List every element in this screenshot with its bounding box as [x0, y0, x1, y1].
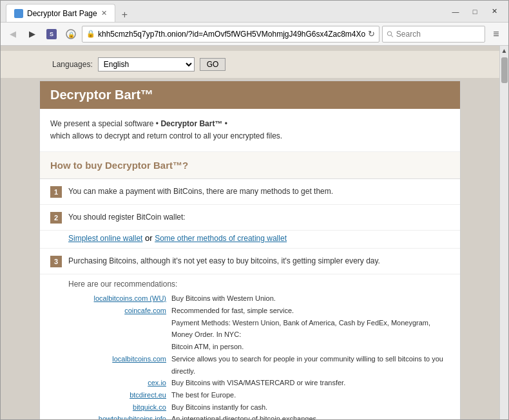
rec-row-coincafe: coincafe.com Recommended for fast, simpl…: [68, 305, 450, 317]
step-2-text: You should register BitCoin wallet:: [68, 213, 186, 222]
step-1-content: You can make a payment with BitCoins, th…: [68, 186, 450, 197]
rec-site-empty1: [68, 317, 171, 341]
step-1-number: 1: [50, 186, 62, 198]
shield-icon: 🔒: [66, 29, 76, 39]
site-title: Decryptor Bart™: [50, 88, 153, 102]
rec-desc-coincafe: Recommended for fast, simple service.: [171, 305, 450, 317]
go-button[interactable]: GO: [200, 58, 226, 71]
address-bar-container[interactable]: 🔒 ↻: [82, 26, 379, 43]
maximize-button[interactable]: □: [466, 5, 484, 19]
how-to-title: How to buy Decryptor Bart™?: [50, 160, 188, 171]
home-button[interactable]: S: [43, 26, 60, 43]
rec-desc-coincafe2: Payment Methods: Western Union, Bank of …: [171, 317, 450, 341]
scroll-thumb[interactable]: [501, 57, 508, 83]
rec-site-btcdirect[interactable]: btcdirect.eu: [68, 389, 171, 401]
rec-table: localbitcoins.com (WU) Buy Bitcoins with…: [68, 292, 450, 419]
rec-site-howtobuy[interactable]: howtobuybitcoins.info: [68, 413, 171, 419]
step-2: 2 You should register BitCoin wallet:: [40, 205, 460, 231]
search-container[interactable]: [382, 26, 485, 43]
rec-row-coincafe3: Bitcoin ATM, in person.: [68, 341, 450, 353]
refresh-button[interactable]: ↻: [368, 29, 375, 39]
step-1-text: You can make a payment with BitCoins, th…: [68, 187, 333, 196]
rec-site-bitquick[interactable]: bitquick.co: [68, 401, 171, 414]
rec-row-localbtc: localbitcoins.com Service allows you to …: [68, 353, 450, 377]
scroll-up-button[interactable]: ▲: [500, 46, 509, 55]
or-text: or: [145, 233, 155, 243]
svg-point-2: [387, 31, 391, 35]
minimize-button[interactable]: —: [447, 5, 465, 19]
rec-site-wu[interactable]: localbitcoins.com (WU): [68, 292, 171, 305]
security-button[interactable]: 🔒: [62, 26, 79, 43]
step-3-text: Purchasing Bitcoins, although it's not y…: [68, 256, 380, 265]
step-1: 1 You can make a payment with BitCoins, …: [40, 179, 460, 205]
rec-desc-howtobuy: An international directory of bitcoin ex…: [171, 413, 450, 419]
language-select[interactable]: English: [98, 57, 195, 72]
step-2-number: 2: [50, 212, 62, 224]
tab-label: Decryptor Bart Page: [27, 9, 97, 18]
search-input[interactable]: [396, 30, 481, 39]
other-methods-link[interactable]: Some other methods of creating wallet: [155, 234, 287, 243]
rec-row-btcdirect: btcdirect.eu The best for Europe.: [68, 389, 450, 401]
step-3-content: Purchasing Bitcoins, although it's not y…: [68, 255, 450, 267]
recommendations-section: Here are our recommendations: localbitco…: [40, 274, 460, 419]
how-to-section: How to buy Decryptor Bart™?: [40, 152, 460, 179]
address-input[interactable]: [98, 30, 365, 39]
forward-button[interactable]: ▶: [24, 26, 41, 43]
step-3-number: 3: [50, 256, 62, 267]
rec-desc-wu: Buy Bitcoins with Western Union.: [171, 292, 450, 305]
scrollbar[interactable]: ▲: [499, 46, 508, 419]
rec-row-bitquick: bitquick.co Buy Bitcoins instantly for c…: [68, 401, 450, 414]
svg-line-3: [391, 35, 393, 37]
language-bar: Languages: English GO: [1, 51, 499, 78]
rec-row-howtobuy: howtobuybitcoins.info An international d…: [68, 413, 450, 419]
rec-site-empty2: [68, 341, 171, 353]
rec-row-wu: localbitcoins.com (WU) Buy Bitcoins with…: [68, 292, 450, 305]
tab-area: Decryptor Bart Page ✕ +: [6, 1, 447, 22]
rec-desc-cex: Buy Bitcoins with VISA/MASTERCARD or wir…: [171, 377, 450, 389]
active-tab[interactable]: Decryptor Bart Page ✕: [6, 4, 115, 22]
s-icon: S: [46, 29, 57, 39]
step-2-content: You should register BitCoin wallet:: [68, 211, 450, 223]
page-inner: Languages: English GO Decryptor Bart™ We…: [1, 46, 499, 419]
rec-desc-bitquick: Buy Bitcoins instantly for cash.: [171, 401, 450, 414]
language-label: Languages:: [52, 60, 93, 69]
tab-close-button[interactable]: ✕: [101, 9, 107, 17]
rec-row-cex: cex.io Buy Bitcoins with VISA/MASTERCARD…: [68, 377, 450, 389]
intro-section: We present a special software • Decrypto…: [40, 109, 460, 152]
lock-icon: 🔒: [86, 30, 95, 38]
browser-frame: Decryptor Bart Page ✕ + — □ ✕ ◀ ▶ S 🔒 🔒: [0, 0, 509, 420]
rec-desc-btcdirect: The best for Europe.: [171, 389, 450, 401]
menu-button[interactable]: ≡: [488, 26, 504, 43]
simplest-wallet-link[interactable]: Simplest online wallet: [68, 234, 142, 243]
rec-desc-coincafe3: Bitcoin ATM, in person.: [171, 341, 450, 353]
search-icon: [387, 30, 394, 38]
navigation-bar: ◀ ▶ S 🔒 🔒 ↻ ≡: [1, 23, 508, 46]
title-bar: Decryptor Bart Page ✕ + — □ ✕: [1, 1, 508, 23]
main-content-area: Decryptor Bart™ We present a special sof…: [39, 81, 461, 419]
back-button[interactable]: ◀: [5, 26, 21, 43]
rec-site-coincafe[interactable]: coincafe.com: [68, 305, 171, 317]
steps-container: 1 You can make a payment with BitCoins, …: [40, 179, 460, 419]
rec-header: Here are our recommendations:: [68, 280, 450, 289]
step-3: 3 Purchasing Bitcoins, although it's not…: [40, 249, 460, 274]
new-tab-button[interactable]: +: [118, 8, 131, 22]
rec-site-localbtc[interactable]: localbitcoins.com: [68, 353, 171, 377]
tab-favicon: [14, 9, 23, 18]
svg-text:🔒: 🔒: [68, 31, 75, 39]
rec-desc-localbtc: Service allows you to search for people …: [171, 353, 450, 377]
brand-inline: Decryptor Bart™: [160, 119, 222, 128]
window-controls: — □ ✕: [447, 5, 503, 19]
intro-text: We present a special software • Decrypto…: [50, 119, 282, 140]
wallet-links-section: Simplest online wallet or Some other met…: [40, 231, 460, 249]
rec-row-coincafe2: Payment Methods: Western Union, Bank of …: [68, 317, 450, 341]
page-content: Languages: English GO Decryptor Bart™ We…: [1, 46, 508, 419]
site-header: Decryptor Bart™: [40, 81, 460, 109]
close-button[interactable]: ✕: [485, 5, 503, 19]
rec-site-cex[interactable]: cex.io: [68, 377, 171, 389]
